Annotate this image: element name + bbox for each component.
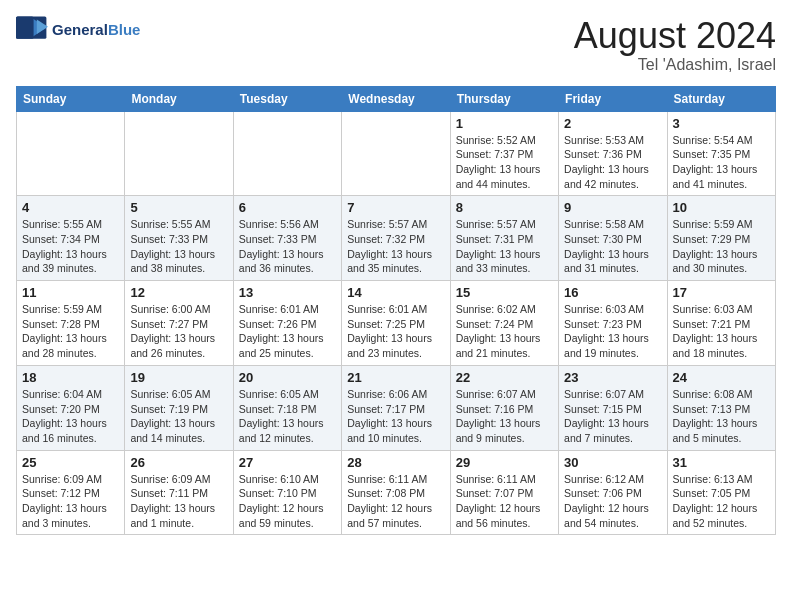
day-info: Sunrise: 5:57 AM Sunset: 7:31 PM Dayligh… [456, 217, 553, 276]
header-day-tuesday: Tuesday [233, 86, 341, 111]
calendar-cell: 23Sunrise: 6:07 AM Sunset: 7:15 PM Dayli… [559, 365, 667, 450]
calendar-cell: 7Sunrise: 5:57 AM Sunset: 7:32 PM Daylig… [342, 196, 450, 281]
logo-icon [16, 16, 48, 44]
calendar-cell: 19Sunrise: 6:05 AM Sunset: 7:19 PM Dayli… [125, 365, 233, 450]
day-number: 2 [564, 116, 661, 131]
day-number: 27 [239, 455, 336, 470]
calendar-cell: 6Sunrise: 5:56 AM Sunset: 7:33 PM Daylig… [233, 196, 341, 281]
calendar-cell: 28Sunrise: 6:11 AM Sunset: 7:08 PM Dayli… [342, 450, 450, 535]
day-number: 1 [456, 116, 553, 131]
calendar-cell: 4Sunrise: 5:55 AM Sunset: 7:34 PM Daylig… [17, 196, 125, 281]
header-day-thursday: Thursday [450, 86, 558, 111]
calendar-cell: 5Sunrise: 5:55 AM Sunset: 7:33 PM Daylig… [125, 196, 233, 281]
header-day-sunday: Sunday [17, 86, 125, 111]
calendar-cell: 16Sunrise: 6:03 AM Sunset: 7:23 PM Dayli… [559, 281, 667, 366]
day-info: Sunrise: 6:03 AM Sunset: 7:21 PM Dayligh… [673, 302, 770, 361]
day-number: 15 [456, 285, 553, 300]
day-info: Sunrise: 6:07 AM Sunset: 7:16 PM Dayligh… [456, 387, 553, 446]
day-info: Sunrise: 6:13 AM Sunset: 7:05 PM Dayligh… [673, 472, 770, 531]
calendar-table: SundayMondayTuesdayWednesdayThursdayFrid… [16, 86, 776, 536]
calendar-cell [125, 111, 233, 196]
day-number: 21 [347, 370, 444, 385]
day-number: 3 [673, 116, 770, 131]
calendar-cell: 2Sunrise: 5:53 AM Sunset: 7:36 PM Daylig… [559, 111, 667, 196]
day-number: 28 [347, 455, 444, 470]
calendar-cell: 1Sunrise: 5:52 AM Sunset: 7:37 PM Daylig… [450, 111, 558, 196]
day-info: Sunrise: 6:05 AM Sunset: 7:18 PM Dayligh… [239, 387, 336, 446]
header-day-friday: Friday [559, 86, 667, 111]
logo-blue: Blue [108, 21, 141, 38]
day-info: Sunrise: 5:52 AM Sunset: 7:37 PM Dayligh… [456, 133, 553, 192]
day-number: 25 [22, 455, 119, 470]
calendar-cell: 8Sunrise: 5:57 AM Sunset: 7:31 PM Daylig… [450, 196, 558, 281]
day-number: 29 [456, 455, 553, 470]
day-info: Sunrise: 6:05 AM Sunset: 7:19 PM Dayligh… [130, 387, 227, 446]
day-number: 18 [22, 370, 119, 385]
day-number: 17 [673, 285, 770, 300]
calendar-cell: 18Sunrise: 6:04 AM Sunset: 7:20 PM Dayli… [17, 365, 125, 450]
calendar-cell: 25Sunrise: 6:09 AM Sunset: 7:12 PM Dayli… [17, 450, 125, 535]
day-number: 30 [564, 455, 661, 470]
day-number: 6 [239, 200, 336, 215]
header-day-wednesday: Wednesday [342, 86, 450, 111]
calendar-cell: 10Sunrise: 5:59 AM Sunset: 7:29 PM Dayli… [667, 196, 775, 281]
day-info: Sunrise: 5:59 AM Sunset: 7:29 PM Dayligh… [673, 217, 770, 276]
calendar-cell: 12Sunrise: 6:00 AM Sunset: 7:27 PM Dayli… [125, 281, 233, 366]
week-row: 4Sunrise: 5:55 AM Sunset: 7:34 PM Daylig… [17, 196, 776, 281]
logo: GeneralBlue [16, 16, 140, 44]
header-day-monday: Monday [125, 86, 233, 111]
calendar-cell: 21Sunrise: 6:06 AM Sunset: 7:17 PM Dayli… [342, 365, 450, 450]
day-info: Sunrise: 6:10 AM Sunset: 7:10 PM Dayligh… [239, 472, 336, 531]
day-info: Sunrise: 5:57 AM Sunset: 7:32 PM Dayligh… [347, 217, 444, 276]
day-number: 19 [130, 370, 227, 385]
day-number: 26 [130, 455, 227, 470]
header-row: SundayMondayTuesdayWednesdayThursdayFrid… [17, 86, 776, 111]
day-info: Sunrise: 6:02 AM Sunset: 7:24 PM Dayligh… [456, 302, 553, 361]
day-info: Sunrise: 5:55 AM Sunset: 7:33 PM Dayligh… [130, 217, 227, 276]
day-number: 22 [456, 370, 553, 385]
calendar-cell: 27Sunrise: 6:10 AM Sunset: 7:10 PM Dayli… [233, 450, 341, 535]
calendar-cell: 13Sunrise: 6:01 AM Sunset: 7:26 PM Dayli… [233, 281, 341, 366]
day-info: Sunrise: 6:06 AM Sunset: 7:17 PM Dayligh… [347, 387, 444, 446]
day-number: 7 [347, 200, 444, 215]
day-info: Sunrise: 6:09 AM Sunset: 7:11 PM Dayligh… [130, 472, 227, 531]
day-info: Sunrise: 6:04 AM Sunset: 7:20 PM Dayligh… [22, 387, 119, 446]
calendar-cell: 14Sunrise: 6:01 AM Sunset: 7:25 PM Dayli… [342, 281, 450, 366]
day-number: 23 [564, 370, 661, 385]
day-number: 8 [456, 200, 553, 215]
calendar-cell [342, 111, 450, 196]
week-row: 11Sunrise: 5:59 AM Sunset: 7:28 PM Dayli… [17, 281, 776, 366]
calendar-cell: 3Sunrise: 5:54 AM Sunset: 7:35 PM Daylig… [667, 111, 775, 196]
day-info: Sunrise: 5:54 AM Sunset: 7:35 PM Dayligh… [673, 133, 770, 192]
day-info: Sunrise: 6:11 AM Sunset: 7:07 PM Dayligh… [456, 472, 553, 531]
day-number: 31 [673, 455, 770, 470]
calendar-cell: 24Sunrise: 6:08 AM Sunset: 7:13 PM Dayli… [667, 365, 775, 450]
day-info: Sunrise: 6:12 AM Sunset: 7:06 PM Dayligh… [564, 472, 661, 531]
day-info: Sunrise: 5:56 AM Sunset: 7:33 PM Dayligh… [239, 217, 336, 276]
day-info: Sunrise: 6:11 AM Sunset: 7:08 PM Dayligh… [347, 472, 444, 531]
week-row: 25Sunrise: 6:09 AM Sunset: 7:12 PM Dayli… [17, 450, 776, 535]
day-info: Sunrise: 6:01 AM Sunset: 7:26 PM Dayligh… [239, 302, 336, 361]
day-number: 14 [347, 285, 444, 300]
day-number: 16 [564, 285, 661, 300]
day-info: Sunrise: 6:00 AM Sunset: 7:27 PM Dayligh… [130, 302, 227, 361]
day-info: Sunrise: 5:55 AM Sunset: 7:34 PM Dayligh… [22, 217, 119, 276]
calendar-cell: 20Sunrise: 6:05 AM Sunset: 7:18 PM Dayli… [233, 365, 341, 450]
day-number: 20 [239, 370, 336, 385]
day-info: Sunrise: 6:08 AM Sunset: 7:13 PM Dayligh… [673, 387, 770, 446]
calendar-cell: 31Sunrise: 6:13 AM Sunset: 7:05 PM Dayli… [667, 450, 775, 535]
calendar-cell: 26Sunrise: 6:09 AM Sunset: 7:11 PM Dayli… [125, 450, 233, 535]
calendar-cell: 30Sunrise: 6:12 AM Sunset: 7:06 PM Dayli… [559, 450, 667, 535]
calendar-cell: 15Sunrise: 6:02 AM Sunset: 7:24 PM Dayli… [450, 281, 558, 366]
day-number: 13 [239, 285, 336, 300]
calendar-cell: 17Sunrise: 6:03 AM Sunset: 7:21 PM Dayli… [667, 281, 775, 366]
calendar-title: August 2024 [574, 16, 776, 56]
logo-general: General [52, 21, 108, 38]
day-number: 11 [22, 285, 119, 300]
calendar-cell: 11Sunrise: 5:59 AM Sunset: 7:28 PM Dayli… [17, 281, 125, 366]
day-number: 9 [564, 200, 661, 215]
day-number: 12 [130, 285, 227, 300]
title-block: August 2024 Tel 'Adashim, Israel [574, 16, 776, 74]
page-header: GeneralBlue August 2024 Tel 'Adashim, Is… [16, 16, 776, 74]
day-number: 24 [673, 370, 770, 385]
